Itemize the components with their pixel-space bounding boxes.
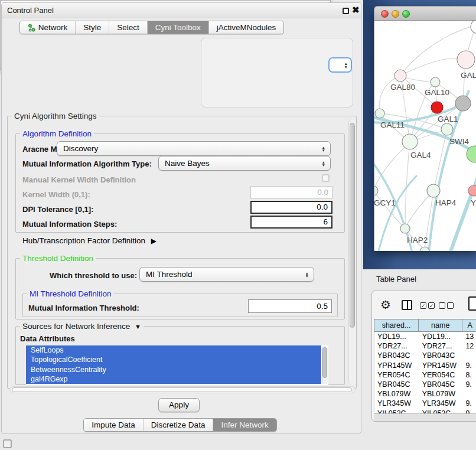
aracne-mode-combobox[interactable]: Discovery ▲▼ bbox=[57, 141, 331, 156]
apply-button[interactable]: Apply bbox=[158, 398, 200, 412]
table-cell: YDL19... bbox=[374, 332, 419, 341]
table-cell: YBR045C bbox=[419, 380, 463, 389]
table-cell: 9. bbox=[462, 399, 476, 408]
attribute-item-gal4rgexp[interactable]: gal4RGexp bbox=[26, 374, 321, 384]
control-tab-label: jActiveMNodules bbox=[217, 21, 276, 34]
table-horizontal-scrollbar[interactable] bbox=[374, 413, 476, 421]
hub-definition-label: Hub/Transcription Factor Definition bbox=[22, 236, 145, 245]
table-cell: YBL079W bbox=[419, 389, 463, 399]
algorithm-combobox-fragment[interactable]: ▲▼ bbox=[328, 57, 352, 73]
attribute-item-topologicalcoefficient[interactable]: TopologicalCoefficient bbox=[26, 355, 321, 364]
table-cell: 9. bbox=[462, 380, 476, 389]
network-node-HAP2[interactable] bbox=[400, 224, 410, 233]
mi-threshold-field[interactable]: 0.5 bbox=[248, 299, 332, 313]
network-node-GAL4[interactable] bbox=[402, 134, 418, 149]
minimized-panel-icon[interactable] bbox=[3, 439, 12, 448]
attributes-list-scrollbar-thumb[interactable] bbox=[322, 347, 327, 378]
hub-definition-expander[interactable]: Hub/Transcription Factor Definition ▶ bbox=[22, 236, 157, 245]
kernel-width-field[interactable]: 0.0 bbox=[250, 186, 332, 199]
mi-threshold-definition-title: MI Threshold Definition bbox=[27, 289, 114, 298]
control-tab-label: Select bbox=[117, 21, 139, 34]
network-node-label-GAL10: GAL10 bbox=[425, 88, 449, 97]
network-node-GAL-partial[interactable] bbox=[457, 51, 475, 69]
control-tab-network[interactable]: Network bbox=[20, 21, 76, 34]
network-node-GCY1[interactable] bbox=[374, 186, 378, 195]
manual-kernel-width-checkbox[interactable] bbox=[322, 174, 330, 182]
sources-title[interactable]: Sources for Network Inference ▼ bbox=[20, 322, 144, 331]
control-tab-label: Cyni Toolbox bbox=[155, 21, 201, 34]
settings-horizontal-scrollbar[interactable] bbox=[9, 386, 356, 393]
column-view-icon[interactable] bbox=[402, 300, 412, 310]
mi-steps-field[interactable]: 6 bbox=[250, 216, 332, 229]
network-node-label-GAL4: GAL4 bbox=[410, 151, 431, 159]
data-attributes-list[interactable]: SelfLoopsTopologicalCoefficientBetweenne… bbox=[26, 345, 328, 385]
column-header-name[interactable]: name bbox=[419, 319, 462, 332]
attribute-item-betweennesscentrality[interactable]: BetweennessCentrality bbox=[26, 365, 321, 374]
control-panel-titlebar bbox=[2, 3, 361, 18]
network-node-label-HAP4: HAP4 bbox=[435, 198, 457, 207]
window-minimize-button[interactable] bbox=[392, 10, 399, 18]
settings-horizontal-scrollbar-thumb[interactable] bbox=[12, 387, 352, 392]
column-header-a[interactable]: A bbox=[462, 319, 476, 332]
column-header-shared-[interactable]: shared... bbox=[374, 319, 419, 332]
node-attribute-table[interactable]: shared...nameA YDL19...YDL19...13YDR27..… bbox=[374, 319, 476, 418]
network-node-partial-top[interactable] bbox=[471, 21, 476, 34]
table-row[interactable]: YBR045CYBR045C9. bbox=[374, 380, 476, 389]
network-node-GAL1[interactable] bbox=[431, 102, 443, 113]
which-threshold-combobox[interactable]: MI Threshold ▲▼ bbox=[139, 267, 314, 282]
network-node-SWI4[interactable] bbox=[441, 123, 453, 135]
table-header-row[interactable]: shared...nameA bbox=[374, 319, 476, 332]
dpi-tolerance-field[interactable]: 0.0 bbox=[250, 201, 332, 214]
control-tab-label: Network bbox=[38, 21, 68, 34]
network-node-GAL11[interactable] bbox=[375, 109, 384, 118]
cyni-tab-discretize-data[interactable]: Discretize Data bbox=[144, 419, 214, 431]
network-node-label-HAP2: HAP2 bbox=[407, 236, 428, 244]
network-canvas[interactable]: GAL80GALGAL10GAL1SWI4GAL11GAL4GCY1HAP4YH… bbox=[374, 21, 476, 251]
table-row[interactable]: YDR27...YDR27...12 bbox=[374, 341, 476, 351]
gear-icon[interactable]: ⚙ bbox=[380, 298, 391, 312]
close-icon[interactable]: ✖ bbox=[352, 5, 360, 15]
network-node-label-GAL11: GAL11 bbox=[380, 120, 405, 129]
table-row[interactable]: YPR145WYPR145W9. bbox=[374, 361, 476, 370]
control-tab-style[interactable]: Style bbox=[76, 21, 109, 34]
combobox-stepper-icon: ▲▼ bbox=[305, 271, 309, 278]
new-table-icon[interactable] bbox=[468, 296, 476, 311]
control-tab-select[interactable]: Select bbox=[109, 21, 148, 34]
table-row[interactable]: YDL19...YDL19...13 bbox=[374, 332, 476, 341]
network-node-GAL80[interactable] bbox=[395, 70, 406, 81]
network-node-Y-partial[interactable] bbox=[468, 185, 476, 196]
mi-algorithm-type-combobox[interactable]: Naive Bayes ▲▼ bbox=[158, 156, 331, 171]
control-tab-jactivemnodules[interactable]: jActiveMNodules bbox=[209, 21, 284, 34]
settings-vertical-scrollbar[interactable] bbox=[348, 119, 356, 385]
table-row[interactable]: YER054CYER054C8. bbox=[374, 370, 476, 380]
network-node-unlabeled-gray[interactable] bbox=[455, 96, 471, 111]
window-zoom-button[interactable] bbox=[402, 10, 410, 18]
cyni-tab-infer-network[interactable]: Infer Network bbox=[213, 419, 276, 431]
network-node-label-Y-partial: Y bbox=[471, 198, 476, 207]
deselect-all-checkbox-icon[interactable] bbox=[439, 302, 454, 309]
table-row[interactable]: YBR043CYBR043C bbox=[374, 351, 476, 360]
which-threshold-value: MI Threshold bbox=[146, 270, 193, 279]
float-window-icon[interactable] bbox=[343, 8, 349, 14]
table-row[interactable]: YBL079WYBL079W bbox=[374, 389, 476, 399]
network-node-HAP4[interactable] bbox=[427, 184, 440, 197]
table-cell: YBR043C bbox=[419, 351, 463, 360]
control-tab-cyni-toolbox[interactable]: Cyni Toolbox bbox=[148, 21, 209, 34]
table-cell: YDL19... bbox=[419, 332, 463, 341]
network-node-label-GAL-partial: GAL bbox=[461, 71, 476, 80]
which-threshold-label: Which threshold to use: bbox=[50, 271, 137, 280]
window-close-button[interactable] bbox=[381, 10, 389, 18]
settings-scrollbar-thumb[interactable] bbox=[350, 123, 355, 328]
table-cell bbox=[462, 389, 476, 399]
expander-arrow-icon: ▶ bbox=[151, 237, 157, 245]
table-row[interactable]: YLR345WYLR345W9. bbox=[374, 399, 476, 408]
network-node-partial-bottom[interactable] bbox=[420, 247, 429, 251]
network-window-titlebar[interactable] bbox=[374, 6, 476, 21]
network-node-GAL10[interactable] bbox=[431, 77, 440, 87]
cyni-tab-impute-data[interactable]: Impute Data bbox=[84, 419, 144, 431]
table-body[interactable]: YDL19...YDL19...13YDR27...YDR27...12YBR0… bbox=[374, 332, 476, 418]
attribute-item-selfloops[interactable]: SelfLoops bbox=[26, 345, 321, 355]
select-all-checkbox-icon[interactable]: ✓✓ bbox=[420, 302, 435, 309]
table-cell: YBR045C bbox=[374, 380, 419, 389]
table-cell: YER054C bbox=[374, 370, 419, 380]
